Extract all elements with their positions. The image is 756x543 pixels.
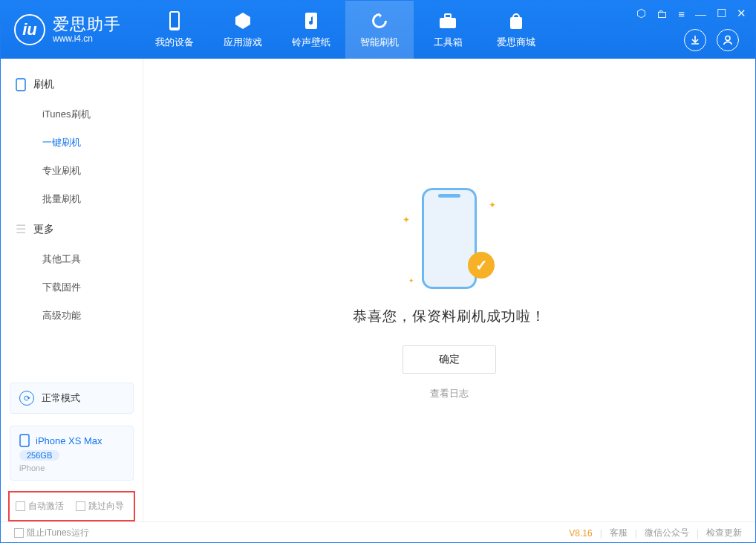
- sidebar-section-flash: 刷机: [1, 69, 143, 100]
- nav-tab-flash[interactable]: 智能刷机: [345, 1, 414, 59]
- header-actions: [684, 29, 739, 51]
- skip-guide-checkbox[interactable]: 跳过向导: [76, 500, 124, 513]
- nav-tab-store[interactable]: 爱思商城: [482, 1, 550, 59]
- device-name: iPhone XS Max: [36, 435, 102, 446]
- sidebar-item-download-fw[interactable]: 下载固件: [1, 273, 143, 302]
- nav-tab-apps[interactable]: 应用游戏: [209, 1, 277, 59]
- device-icon: [19, 434, 30, 447]
- sidebar-item-oneclick-flash[interactable]: 一键刷机: [1, 129, 143, 157]
- bag-icon: [507, 10, 525, 31]
- nav-label: 爱思商城: [497, 36, 535, 49]
- wechat-link[interactable]: 微信公众号: [645, 527, 689, 539]
- svg-rect-4: [445, 14, 451, 18]
- svg-rect-3: [440, 18, 456, 28]
- sidebar-item-advanced[interactable]: 高级功能: [1, 302, 143, 330]
- music-icon: [302, 10, 320, 31]
- auto-activate-checkbox[interactable]: 自动激活: [16, 500, 64, 513]
- window-controls: ⬡ 🗀 ≡ — ☐ ✕: [636, 7, 746, 20]
- close-button[interactable]: ✕: [737, 7, 746, 20]
- svg-rect-8: [20, 435, 29, 446]
- view-log-link[interactable]: 查看日志: [430, 387, 469, 400]
- nav-label: 铃声壁纸: [292, 36, 330, 49]
- logo-area: iu 爱思助手 www.i4.cn: [1, 14, 134, 45]
- check-icon: ✓: [468, 252, 495, 279]
- mode-card[interactable]: ⟳ 正常模式: [10, 383, 134, 414]
- device-type: iPhone: [19, 464, 124, 472]
- lock-icon[interactable]: 🗀: [656, 7, 668, 20]
- nav-label: 我的设备: [155, 36, 194, 49]
- version-label: V8.16: [569, 528, 592, 539]
- support-link[interactable]: 客服: [610, 527, 628, 539]
- nav-tab-device[interactable]: 我的设备: [140, 1, 209, 59]
- nav-label: 工具箱: [434, 36, 463, 49]
- user-button[interactable]: [717, 29, 739, 51]
- mode-icon: ⟳: [19, 391, 34, 406]
- sidebar-item-pro-flash[interactable]: 专业刷机: [1, 157, 143, 185]
- device-card[interactable]: iPhone XS Max 256GB iPhone: [10, 426, 134, 481]
- main-content: ✦✦✦ ✓ 恭喜您，保资料刷机成功啦！ 确定 查看日志: [143, 59, 755, 521]
- app-name: 爱思助手: [53, 16, 121, 33]
- svg-point-6: [726, 36, 730, 41]
- phone-outline-icon: [16, 78, 26, 91]
- sidebar-section-more: ☰ 更多: [1, 213, 143, 245]
- nav-label: 智能刷机: [360, 36, 399, 49]
- titlebar: iu 爱思助手 www.i4.cn 我的设备 应用游戏 铃声壁纸 智能刷机 工具…: [1, 1, 755, 59]
- update-link[interactable]: 检查更新: [706, 527, 742, 539]
- phone-icon: [167, 10, 182, 31]
- svg-rect-1: [171, 13, 178, 27]
- sidebar-item-other-tools[interactable]: 其他工具: [1, 245, 143, 273]
- download-button[interactable]: [684, 29, 706, 51]
- nav-tab-tools[interactable]: 工具箱: [414, 1, 482, 59]
- success-message: 恭喜您，保资料刷机成功啦！: [353, 307, 546, 326]
- refresh-icon: [370, 10, 389, 31]
- statusbar: 阻止iTunes运行 V8.16 | 客服 | 微信公众号 | 检查更新: [1, 521, 755, 543]
- list-icon: ☰: [16, 222, 26, 236]
- logo-icon: iu: [14, 14, 45, 45]
- svg-rect-5: [510, 17, 522, 29]
- toolbox-icon: [437, 10, 458, 31]
- sidebar-item-itunes-flash[interactable]: iTunes刷机: [1, 100, 143, 129]
- nav-tab-ring[interactable]: 铃声壁纸: [277, 1, 345, 59]
- app-url: www.i4.cn: [53, 34, 121, 44]
- ok-button[interactable]: 确定: [403, 345, 496, 374]
- flash-options-box: 自动激活 跳过向导: [8, 491, 135, 521]
- cube-icon: [232, 10, 253, 31]
- mode-label: 正常模式: [42, 391, 80, 405]
- menu-icon[interactable]: ≡: [678, 7, 685, 20]
- minimize-button[interactable]: —: [695, 7, 706, 20]
- sidebar: 刷机 iTunes刷机 一键刷机 专业刷机 批量刷机 ☰ 更多 其他工具 下载固…: [1, 59, 143, 521]
- svg-rect-7: [16, 79, 25, 91]
- nav-tabs: 我的设备 应用游戏 铃声壁纸 智能刷机 工具箱 爱思商城: [140, 1, 550, 59]
- shirt-icon[interactable]: ⬡: [636, 7, 646, 20]
- block-itunes-checkbox[interactable]: 阻止iTunes运行: [14, 527, 89, 539]
- maximize-button[interactable]: ☐: [717, 7, 726, 20]
- device-storage: 256GB: [19, 450, 59, 461]
- success-illustration: ✦✦✦ ✓: [401, 181, 498, 292]
- sidebar-item-batch-flash[interactable]: 批量刷机: [1, 185, 143, 213]
- nav-label: 应用游戏: [224, 36, 262, 49]
